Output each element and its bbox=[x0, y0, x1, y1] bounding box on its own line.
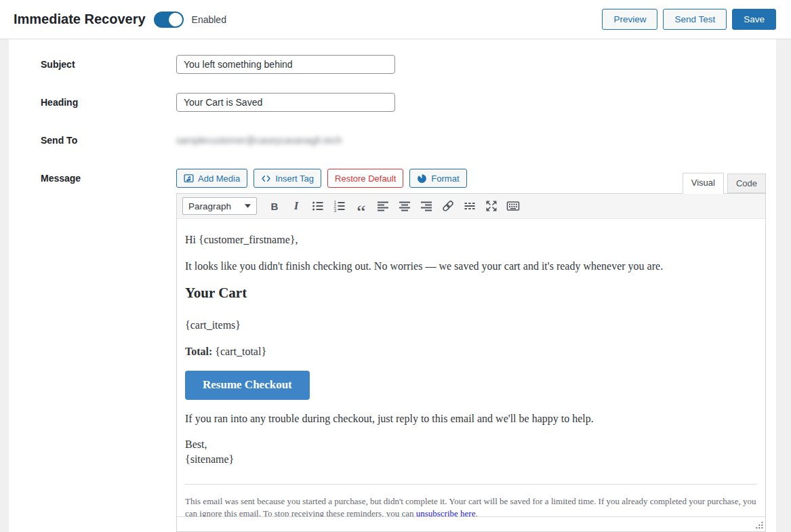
chevron-down-icon bbox=[245, 204, 251, 208]
toolbar-toggle-button[interactable] bbox=[504, 197, 523, 215]
send-to-field: samplecustomer@caseycavanagh.tech bbox=[176, 131, 342, 150]
message-label: Message bbox=[41, 169, 176, 532]
send-to-label: Send To bbox=[41, 131, 176, 150]
header-actions: Preview Send Test Save bbox=[602, 9, 776, 30]
align-left-icon bbox=[376, 199, 390, 213]
read-more-button[interactable] bbox=[460, 197, 479, 215]
resize-grip-icon[interactable] bbox=[755, 521, 763, 529]
numbered-list-icon: 123 bbox=[333, 199, 346, 213]
fullscreen-button[interactable] bbox=[482, 197, 501, 215]
align-left-button[interactable] bbox=[373, 197, 392, 215]
send-to-row: Send To samplecustomer@caseycavanagh.tec… bbox=[41, 131, 776, 150]
footer-note: This email was sent because you started … bbox=[185, 495, 757, 516]
align-center-button[interactable] bbox=[395, 197, 414, 215]
align-center-icon bbox=[398, 199, 411, 213]
restore-default-button[interactable]: Restore Default bbox=[327, 169, 403, 188]
code-icon bbox=[261, 173, 271, 184]
subject-label: Subject bbox=[41, 55, 176, 74]
signoff-text: Best, bbox=[185, 438, 207, 450]
heading-row: Heading bbox=[41, 93, 776, 112]
signoff-line: Best,{sitename} bbox=[185, 437, 757, 466]
preview-button[interactable]: Preview bbox=[602, 9, 657, 30]
tab-visual[interactable]: Visual bbox=[683, 173, 724, 194]
align-right-icon bbox=[420, 199, 433, 213]
cart-heading: Your Cart bbox=[185, 285, 757, 302]
message-editor: Add Media Insert Tag Restore Default bbox=[176, 169, 766, 532]
heading-input[interactable] bbox=[176, 93, 395, 112]
heading-label: Heading bbox=[41, 93, 176, 112]
paragraph-format-select[interactable]: Paragraph bbox=[182, 197, 257, 215]
restore-default-label: Restore Default bbox=[335, 174, 396, 183]
email-body-editor[interactable]: Hi {customer_firstname}, It looks like y… bbox=[177, 219, 765, 516]
tab-code[interactable]: Code bbox=[727, 173, 766, 193]
editor-mode-tabs: Visual Code bbox=[683, 169, 766, 193]
send-test-button[interactable]: Send Test bbox=[663, 9, 727, 30]
bold-button[interactable] bbox=[265, 197, 284, 215]
link-icon bbox=[441, 199, 455, 213]
bullet-list-icon bbox=[311, 199, 325, 213]
unsubscribe-link[interactable]: unsubscribe here bbox=[416, 508, 476, 516]
send-to-value-redacted: samplecustomer@caseycavanagh.tech bbox=[176, 135, 342, 146]
sitename-tag: {sitename} bbox=[185, 453, 234, 465]
page-title: Immediate Recovery bbox=[14, 12, 146, 27]
media-icon bbox=[184, 173, 194, 184]
editor-container: Paragraph 123 bbox=[176, 193, 766, 532]
save-button[interactable]: Save bbox=[732, 9, 776, 30]
settings-card: Subject Heading Send To samplecustomer@c… bbox=[9, 39, 776, 532]
align-right-button[interactable] bbox=[417, 197, 436, 215]
intro-line: It looks like you didn't finish checking… bbox=[185, 259, 757, 274]
italic-button[interactable] bbox=[287, 197, 306, 215]
subject-input[interactable] bbox=[176, 55, 395, 74]
total-line: Total: {cart_total} bbox=[185, 344, 757, 359]
greeting-line: Hi {customer_firstname}, bbox=[185, 232, 757, 247]
toggle-label: Enabled bbox=[192, 14, 226, 25]
footer-text-after: . bbox=[475, 508, 477, 516]
insert-tag-button[interactable]: Insert Tag bbox=[253, 169, 321, 188]
resume-checkout-button[interactable]: Resume Checkout bbox=[185, 371, 310, 400]
format-label: Format bbox=[431, 174, 459, 183]
cart-items-placeholder: {cart_items} bbox=[185, 318, 757, 333]
message-row: Message Add Media Insert Tag bbox=[41, 169, 776, 532]
svg-text:3: 3 bbox=[334, 208, 337, 213]
fullscreen-icon bbox=[485, 199, 498, 213]
keyboard-icon bbox=[506, 199, 520, 213]
insert-tag-label: Insert Tag bbox=[275, 174, 314, 183]
total-label: Total: bbox=[185, 346, 212, 357]
media-buttons: Add Media Insert Tag Restore Default bbox=[176, 169, 467, 193]
header-left: Immediate Recovery Enabled bbox=[14, 12, 226, 28]
footer-divider bbox=[185, 484, 757, 485]
help-line: If you ran into any trouble during check… bbox=[185, 411, 757, 426]
add-media-button[interactable]: Add Media bbox=[176, 169, 247, 188]
format-toolbar: Paragraph 123 bbox=[177, 194, 765, 219]
blockquote-button[interactable] bbox=[352, 197, 371, 215]
subject-row: Subject bbox=[41, 55, 776, 74]
enabled-toggle[interactable] bbox=[154, 12, 184, 28]
editor-statusbar bbox=[177, 516, 765, 531]
cta-wrapper: Resume Checkout bbox=[185, 371, 757, 400]
editor-tools: Add Media Insert Tag Restore Default bbox=[176, 169, 766, 193]
block-format-value: Paragraph bbox=[188, 201, 231, 211]
toggle-knob bbox=[169, 13, 182, 26]
numbered-list-button[interactable]: 123 bbox=[330, 197, 349, 215]
format-icon bbox=[417, 173, 427, 184]
read-more-icon bbox=[463, 199, 476, 213]
format-button[interactable]: Format bbox=[409, 169, 466, 188]
subject-field bbox=[176, 55, 395, 74]
bullet-list-button[interactable] bbox=[308, 197, 327, 215]
add-media-label: Add Media bbox=[198, 174, 240, 183]
heading-field bbox=[176, 93, 395, 112]
total-tag: {cart_total} bbox=[215, 346, 266, 357]
link-button[interactable] bbox=[439, 197, 458, 215]
header-bar: Immediate Recovery Enabled Preview Send … bbox=[0, 0, 791, 39]
